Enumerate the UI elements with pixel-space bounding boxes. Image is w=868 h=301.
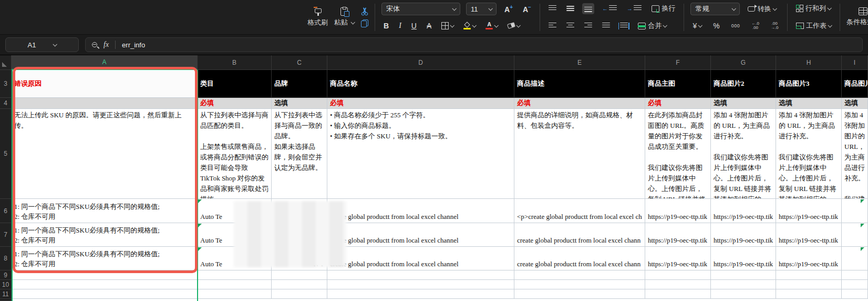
row-header-5[interactable]: 5 — [0, 109, 12, 199]
cell-H8[interactable]: https://p19-oec-ttp.tik — [776, 247, 842, 270]
cell-F4[interactable]: 必填 — [645, 98, 711, 109]
select-all-corner[interactable] — [0, 55, 12, 70]
cut-icon[interactable] — [360, 7, 368, 15]
cell-I4[interactable]: 选填 — [842, 98, 868, 109]
cell-H5[interactable]: 添加 4 张附加图片的 URL，为主商品进行补充。 我们建议你先将图片上传到媒体… — [776, 109, 842, 199]
cell-H9[interactable] — [776, 270, 842, 280]
cell-I9[interactable] — [842, 270, 868, 280]
cell-F8[interactable]: https://p19-oec-ttp.tik — [645, 247, 711, 270]
cell-G10[interactable] — [711, 280, 776, 289]
column-header-D[interactable]: D — [327, 55, 514, 70]
cell-E11[interactable] — [514, 289, 645, 299]
italic-button[interactable]: I — [397, 19, 404, 32]
number-format-select[interactable]: 常规 — [690, 3, 740, 15]
row-header-4[interactable]: 4 — [0, 98, 12, 109]
cell-C5[interactable]: 从下拉列表中选择与商品一致的品牌。 如果未选择品牌，则会留空并认定为无品牌。 — [272, 109, 327, 199]
cell-H11[interactable] — [776, 289, 842, 299]
underline-button[interactable]: U — [409, 19, 419, 32]
conditional-format-button[interactable]: 条件格式 — [846, 7, 868, 27]
convert-button[interactable]: 转换 — [746, 2, 778, 16]
column-header-C[interactable]: C — [272, 55, 327, 70]
name-box[interactable]: A1 — [5, 37, 79, 52]
cell-D4[interactable]: 必填 — [327, 98, 514, 109]
column-header-H[interactable]: H — [776, 55, 842, 70]
cell-D11[interactable] — [327, 289, 514, 299]
decrease-indent-button[interactable] — [600, 3, 619, 14]
rows-columns-button[interactable]: 行和列 — [794, 2, 833, 15]
font-color-button[interactable]: A — [483, 19, 500, 32]
column-header-F[interactable]: F — [645, 55, 711, 70]
cell-H4[interactable]: 选填 — [776, 98, 842, 109]
column-header-I[interactable]: I — [842, 55, 868, 70]
distributed-button[interactable] — [618, 21, 630, 32]
cell-B9[interactable] — [198, 270, 272, 280]
cell-C3[interactable]: 品牌 — [272, 70, 327, 98]
column-header-E[interactable]: E — [514, 55, 645, 70]
column-header-B[interactable]: B — [198, 55, 272, 70]
merge-cells-button[interactable]: 合并 — [636, 19, 668, 33]
cell-G8[interactable]: https://p19-oec-ttp.tik — [711, 247, 776, 270]
cell-E8[interactable]: create global productt from local excel … — [514, 247, 645, 270]
cell-D7[interactable]: create global productt from local excel … — [327, 223, 514, 247]
cell-I5[interactable]: 添加 4 张附加图片的 URL，为主商品进行补充。 我们建议你先将图片上传到媒体… — [842, 109, 868, 199]
align-center-button[interactable] — [564, 21, 576, 32]
cell-G3[interactable]: 商品图片2 — [711, 70, 776, 98]
cell-D9[interactable] — [327, 270, 514, 280]
cell-D10[interactable] — [327, 280, 514, 289]
cell-F9[interactable] — [645, 270, 711, 280]
align-bottom-button[interactable] — [582, 3, 594, 14]
cell-G11[interactable] — [711, 289, 776, 299]
cell-E7[interactable]: create global productt from local excel … — [514, 223, 645, 247]
eraser-button[interactable] — [505, 21, 522, 30]
align-left-button[interactable] — [546, 21, 559, 32]
cell-G6[interactable]: https://p19-oec-ttp.tik — [711, 199, 776, 223]
row-header-11[interactable]: 11 — [0, 289, 12, 299]
cell-F11[interactable] — [645, 289, 711, 299]
bold-button[interactable]: B — [381, 19, 391, 32]
row-header-3[interactable]: 3 — [0, 70, 12, 98]
cell-D5[interactable]: • 商品名称必须少于 255 个字符。 • 输入你的商品标题。 • 如果存在多个… — [327, 109, 514, 199]
font-size-select[interactable]: 11 — [466, 3, 497, 15]
row-header-9[interactable]: 9 — [0, 270, 12, 280]
insert-function-icon[interactable]: fx — [104, 41, 109, 49]
cell-C9[interactable] — [272, 270, 327, 280]
paste-button[interactable]: 粘贴 — [334, 7, 354, 27]
increase-decimal-button[interactable]: .00→.0 — [769, 19, 781, 32]
cell-H3[interactable]: 商品图片3 — [776, 70, 842, 98]
increase-font-button[interactable]: A+ — [502, 2, 515, 16]
cell-F10[interactable] — [645, 280, 711, 289]
cell-G4[interactable]: 选填 — [711, 98, 776, 109]
thousands-separator-button[interactable]: 000 — [729, 21, 742, 31]
format-painter-button[interactable]: 格式刷 — [307, 7, 328, 27]
cell-C4[interactable]: 选填 — [272, 98, 327, 109]
cell-H6[interactable]: https://p19-oec-ttp.tik — [776, 199, 842, 223]
cell-E6[interactable]: <p>create global productt from local exc… — [514, 199, 645, 223]
cell-E10[interactable] — [514, 280, 645, 289]
strikethrough-button[interactable]: A — [425, 19, 433, 32]
cell-F5[interactable]: 在此列添加商品封面图的 URL。高质量的图片对于你发品成功至关重要。 我们建议你… — [645, 109, 711, 199]
cell-G9[interactable] — [711, 270, 776, 280]
cell-E4[interactable]: 必填 — [514, 98, 645, 109]
increase-indent-button[interactable] — [625, 3, 644, 14]
row-header-8[interactable]: 8 — [0, 247, 12, 270]
cell-D6[interactable]: create global productt from local excel … — [327, 199, 514, 223]
worksheet-button[interactable]: 工作表 — [794, 19, 833, 33]
cell-B4[interactable]: 必填 — [198, 98, 272, 109]
cell-F7[interactable]: https://p19-oec-ttp.tik — [645, 223, 711, 247]
cell-G5[interactable]: 添加 4 张附加图片的 URL，为主商品进行补充。 我们建议你先将图片上传到媒体… — [711, 109, 776, 199]
cell-D3[interactable]: 商品名称 — [327, 70, 514, 98]
cell-I3[interactable]: 商品图片4 — [842, 70, 868, 98]
cell-H10[interactable] — [776, 280, 842, 289]
cell-E3[interactable]: 商品描述 — [514, 70, 645, 98]
cell-G7[interactable]: https://p19-oec-ttp.tik — [711, 223, 776, 247]
cell-B10[interactable] — [198, 280, 272, 289]
cell-B11[interactable] — [198, 289, 272, 299]
column-header-G[interactable]: G — [711, 55, 776, 70]
cell-C11[interactable] — [272, 289, 327, 299]
cell-H7[interactable]: https://p19-oec-ttp.tik — [776, 223, 842, 247]
cell-F6[interactable]: https://p19-oec-ttp.tik — [645, 199, 711, 223]
cell-E5[interactable]: 提供商品的详细说明，如商品规格、材料、包装盒内容等。 — [514, 109, 645, 199]
copy-icon[interactable] — [361, 19, 368, 27]
font-name-select[interactable]: 宋体 — [381, 3, 460, 15]
decrease-decimal-button[interactable]: ←.0.00 — [749, 19, 761, 32]
